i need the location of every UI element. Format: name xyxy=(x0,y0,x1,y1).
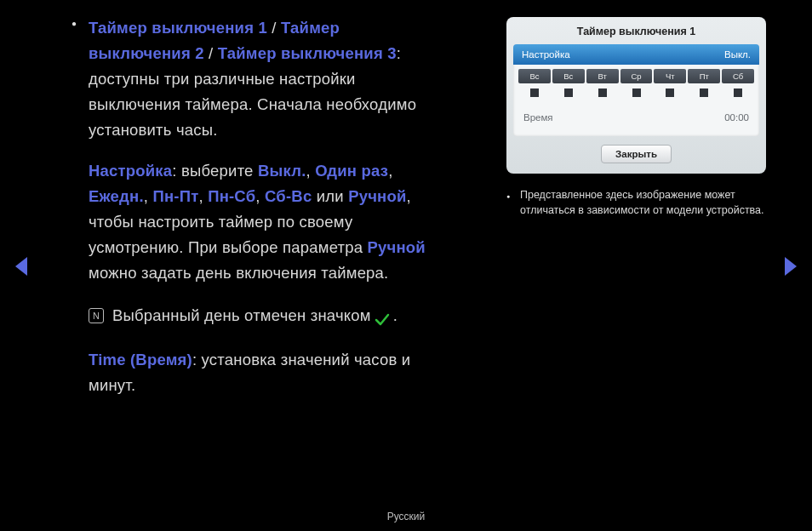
day-label: Ср xyxy=(620,69,653,83)
dialog-title: Таймер выключения 1 xyxy=(513,22,759,44)
day-label: Вт xyxy=(586,69,619,83)
paragraph-2: Настройка: выберите Выкл., Один раз, Еже… xyxy=(89,158,446,286)
paragraph-1: Таймер выключения 1 / Таймер выключения … xyxy=(89,15,446,143)
dialog-body: Настройка Выкл. Вс Вс Вт Ср Чт Пт Сб Вре… xyxy=(513,44,759,136)
disclaimer-text: Представленное здесь изображение может о… xyxy=(520,189,764,216)
note-icon: N xyxy=(89,308,104,323)
day-cell[interactable]: Вт xyxy=(586,69,619,100)
time-value: 00:00 xyxy=(724,112,749,123)
page: Таймер выключения 1 / Таймер выключения … xyxy=(0,0,812,531)
text: : выберите xyxy=(172,162,258,180)
day-label: Чт xyxy=(654,69,686,83)
day-label: Сб xyxy=(722,69,754,83)
day-cell[interactable]: Ср xyxy=(620,69,653,100)
paragraph-3: Time (Время): установка значений часов и… xyxy=(89,347,446,398)
day-checkbox[interactable] xyxy=(666,88,674,97)
keyword-monfri: Пн-Пт xyxy=(152,187,198,205)
day-checkbox[interactable] xyxy=(530,88,539,97)
setup-value: Выкл. xyxy=(724,49,751,60)
note-text: Выбранный день отмечен значком xyxy=(112,303,371,328)
text: , xyxy=(388,162,392,180)
day-cell[interactable]: Вс xyxy=(518,69,551,100)
keyword-timer3: Таймер выключения 3 xyxy=(218,44,397,62)
text: можно задать день включения таймера. xyxy=(89,264,388,282)
day-cell[interactable]: Сб xyxy=(722,69,754,100)
paragraph-2-block: Настройка: выберите Выкл., Один раз, Еже… xyxy=(71,158,446,286)
day-cell[interactable]: Вс xyxy=(552,69,585,100)
day-checkbox[interactable] xyxy=(734,88,742,97)
text: / xyxy=(204,44,218,62)
close-button[interactable]: Закрыть xyxy=(601,145,672,163)
text: , xyxy=(255,187,265,205)
day-label: Вс xyxy=(518,69,551,83)
right-column: Таймер выключения 1 Настройка Выкл. Вс В… xyxy=(506,17,779,218)
keyword-monsat: Пн-Сб xyxy=(208,187,255,205)
keyword-manual: Ручной xyxy=(348,187,406,205)
day-cell[interactable]: Пт xyxy=(688,69,720,100)
time-label: Время xyxy=(523,112,553,123)
day-checkbox[interactable] xyxy=(632,88,641,97)
note-text-end: . xyxy=(393,303,397,328)
note-line: N Выбранный день отмечен значком . xyxy=(71,303,446,328)
text: , xyxy=(198,187,208,205)
nav-prev-button[interactable] xyxy=(12,255,31,281)
left-column: Таймер выключения 1 / Таймер выключения … xyxy=(71,15,446,415)
keyword-timer1: Таймер выключения 1 xyxy=(89,19,267,37)
keyword-satsun: Сб-Вс xyxy=(265,187,312,205)
text: / xyxy=(267,19,281,37)
keyword-time: Time (Время) xyxy=(89,351,192,368)
timer-dialog: Таймер выключения 1 Настройка Выкл. Вс В… xyxy=(506,17,766,174)
days-row: Вс Вс Вт Ср Чт Пт Сб xyxy=(513,65,759,100)
keyword-off: Выкл. xyxy=(258,162,306,180)
paragraph-3-block: Time (Время): установка значений часов и… xyxy=(71,347,446,398)
text: , xyxy=(144,187,153,205)
keyword-manual2: Ручной xyxy=(368,238,426,256)
bullet-paragraph-1: Таймер выключения 1 / Таймер выключения … xyxy=(71,15,446,143)
check-icon xyxy=(375,309,390,323)
row-setup[interactable]: Настройка Выкл. xyxy=(513,44,759,65)
day-checkbox[interactable] xyxy=(700,88,708,97)
day-checkbox[interactable] xyxy=(564,88,573,97)
text: , xyxy=(306,162,315,180)
keyword-daily: Ежедн. xyxy=(89,187,144,205)
footer-language: Русский xyxy=(0,511,812,522)
row-time[interactable]: Время 00:00 xyxy=(513,100,759,131)
keyword-once: Один раз xyxy=(315,162,388,180)
nav-next-button[interactable] xyxy=(781,255,800,281)
setup-label: Настройка xyxy=(522,49,570,60)
day-checkbox[interactable] xyxy=(598,88,607,97)
disclaimer: Представленное здесь изображение может о… xyxy=(506,187,779,218)
text: или xyxy=(312,187,348,205)
keyword-setup: Настройка xyxy=(89,162,172,180)
day-label: Пт xyxy=(688,69,720,83)
day-label: Вс xyxy=(552,69,585,83)
day-cell[interactable]: Чт xyxy=(654,69,686,100)
